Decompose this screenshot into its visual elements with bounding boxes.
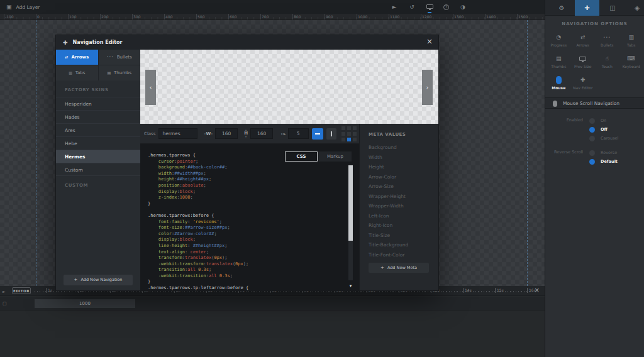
meta-item-left-icon[interactable]: Left-Icon	[360, 211, 438, 221]
code-scrollbar-thumb[interactable]	[348, 165, 353, 241]
radio-button[interactable]	[589, 118, 595, 124]
meta-item-arrow-size[interactable]: Arrow-Size	[360, 182, 438, 192]
skin-item-hesperiden[interactable]: Hesperiden	[56, 97, 140, 110]
position-cell[interactable]	[353, 132, 357, 136]
help-icon[interactable]: ?	[443, 4, 449, 10]
tab-thumbs[interactable]: ▤Thumbs	[99, 65, 141, 80]
css-code[interactable]: .hermes.tparrows { cursor:pointer; backg…	[148, 153, 344, 290]
code-scrollbar-track[interactable]	[348, 165, 353, 280]
dialog-close-icon[interactable]: ×	[426, 37, 433, 46]
horizontal-orientation-button[interactable]	[312, 128, 323, 140]
position-cell[interactable]	[347, 132, 351, 136]
offset-icon[interactable]: ∙∙▸	[280, 131, 286, 136]
skin-item-hades[interactable]: Hades	[56, 110, 140, 123]
height-stepper-icon[interactable]: ▴H▾	[244, 129, 248, 138]
position-cell[interactable]	[341, 132, 345, 136]
meta-item-background[interactable]: Background	[360, 143, 438, 153]
add-layer-button[interactable]: ▣ Add Layer	[6, 0, 40, 14]
radio-button[interactable]	[589, 127, 595, 133]
position-cell[interactable]	[347, 138, 351, 141]
position-cell[interactable]	[347, 126, 351, 130]
nav-option-touch[interactable]: ☝Touch	[595, 54, 619, 73]
position-cell[interactable]	[341, 126, 345, 130]
nav-option-arrows[interactable]: ⇄Arrows	[571, 33, 596, 52]
offset-input[interactable]	[288, 128, 309, 139]
meta-item-arrow-color[interactable]: Arrow-Color	[360, 172, 438, 182]
code-view-tabs: CSSMarkup	[285, 151, 352, 162]
meta-item-height[interactable]: Height	[360, 162, 438, 172]
preview-left-arrow[interactable]: ‹	[145, 70, 156, 105]
radio-button[interactable]	[589, 136, 595, 141]
add-new-navigation-button[interactable]: +Add New Navigation	[64, 275, 133, 285]
nav-option-mouse[interactable]: Mouse	[547, 75, 571, 94]
layout-panel-icon[interactable]: ◫	[605, 0, 620, 16]
radio-option-off[interactable]: Off	[589, 125, 618, 134]
timeline-editor-button[interactable]: EDITOR	[12, 287, 31, 294]
mouse-icon	[553, 97, 557, 109]
timeline-duration-value[interactable]: 1000	[35, 299, 135, 308]
preview-monitor-icon[interactable]	[426, 4, 433, 10]
nav-option-progress[interactable]: ◔Progress	[547, 33, 571, 52]
position-cell[interactable]	[353, 126, 357, 130]
nav-option-keyboard[interactable]: ⌨Keyboard	[619, 54, 644, 73]
nav-option-nav-editor[interactable]: ✚Nav Editor	[571, 75, 596, 94]
height-input[interactable]	[250, 128, 273, 139]
radio-option-on[interactable]: On	[589, 116, 618, 125]
meta-item-wrapper-height[interactable]: Wrapper-Height	[360, 192, 438, 202]
meta-item-title-background[interactable]: Title-Background	[360, 240, 438, 250]
navigation-panel-icon[interactable]: ✚	[575, 0, 599, 16]
scrollbar-down-arrow[interactable]: ▾	[348, 284, 353, 288]
ruler-label: 100	[69, 14, 76, 19]
navigation-options-grid: ◔Progress⇄Arrows•••Bullets▥Tabs▤ThumbsPr…	[547, 33, 643, 94]
mouse-icon	[556, 75, 562, 85]
skin-item-hebe[interactable]: Hebe	[56, 136, 140, 150]
pointer-tool-icon[interactable]: ►	[391, 4, 398, 10]
mouse-scroll-section-header: Mouse Scroll Navigation	[545, 97, 644, 109]
tabs-icon: ▥	[69, 71, 72, 75]
skin-item-ares[interactable]: Ares	[56, 123, 140, 136]
code-editor[interactable]: CSSMarkup .hermes.tparrows { cursor:poin…	[140, 144, 359, 290]
meta-item-right-icon[interactable]: Right-Icon	[360, 221, 438, 231]
meta-item-title-font-color[interactable]: Title-Font-Color	[360, 250, 438, 260]
radio-button[interactable]	[589, 159, 595, 165]
class-input[interactable]	[158, 128, 197, 139]
meta-values-list: BackgroundWidthHeightArrow-ColorArrow-Si…	[360, 143, 438, 260]
add-new-meta-button[interactable]: +Add New Meta	[369, 263, 429, 273]
timeline-play-icon[interactable]: ►	[3, 289, 6, 294]
meta-item-width[interactable]: Width	[360, 153, 438, 163]
nav-option-tabs[interactable]: ▥Tabs	[619, 33, 644, 52]
preview-right-arrow[interactable]: ›	[422, 70, 433, 105]
radio-option-default[interactable]: Default	[589, 157, 618, 166]
ruler-label: 600	[230, 14, 236, 19]
nav-option-bullets[interactable]: •••Bullets	[595, 33, 619, 52]
tab-arrows[interactable]: ⇄Arrows	[56, 50, 98, 65]
position-cell[interactable]	[341, 138, 345, 141]
dialog-title-bar[interactable]: ✚ Navigation Editor ×	[56, 35, 438, 50]
code-tab-css[interactable]: CSS	[285, 151, 318, 162]
radio-button[interactable]	[589, 150, 595, 156]
dialog-move-icon[interactable]: ✚	[63, 40, 68, 46]
vertical-orientation-button[interactable]	[326, 128, 336, 140]
position-cell[interactable]	[353, 138, 357, 141]
skin-item-custom[interactable]: Custom	[56, 163, 140, 176]
nav-option-prev-size[interactable]: Prev Size	[571, 54, 596, 73]
dialog-lower-region: Class ◂W▸ ▴H▾ ∙∙▸	[140, 124, 438, 290]
navigation-type-tabs: ⇄Arrows•••Bullets▥Tabs▤Thumbs	[56, 50, 140, 80]
tab-tabs[interactable]: ▥Tabs	[56, 65, 98, 80]
radio-option-reverse[interactable]: Reverse	[589, 148, 618, 157]
meta-item-title-size[interactable]: Title-Size	[360, 231, 438, 241]
skin-item-hermes[interactable]: Hermes	[56, 150, 140, 163]
settings-gear-icon[interactable]: ⚙	[554, 0, 569, 16]
nav-option-thumbs[interactable]: ▤Thumbs	[547, 54, 571, 73]
timeline-close-icon[interactable]: ×	[535, 287, 540, 294]
meta-item-wrapper-width[interactable]: Wrapper-Width	[360, 201, 438, 211]
tab-bullets[interactable]: •••Bullets	[99, 50, 141, 65]
contrast-icon[interactable]: ◑	[459, 4, 467, 10]
radio-option-carousel[interactable]: Carousel	[589, 134, 618, 143]
undo-icon[interactable]: ↺	[408, 4, 416, 10]
width-input[interactable]	[215, 128, 238, 139]
layers-panel-icon[interactable]: ◈	[630, 0, 644, 16]
code-tab-markup[interactable]: Markup	[319, 151, 352, 162]
skin-settings-toolbar: Class ◂W▸ ▴H▾ ∙∙▸	[140, 124, 359, 144]
width-stepper-icon[interactable]: ◂W▸	[204, 131, 213, 136]
